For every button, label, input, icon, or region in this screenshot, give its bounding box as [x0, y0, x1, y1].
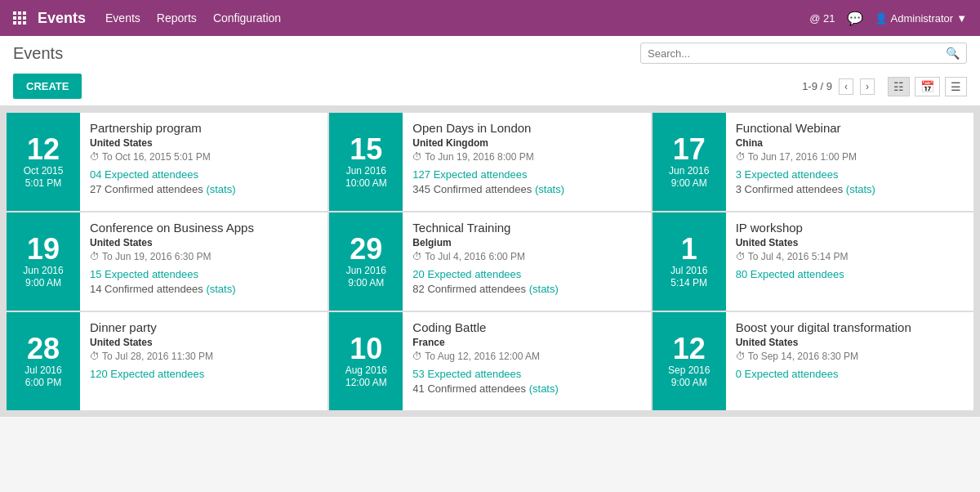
event-card[interactable]: 19 Jun 2016 9:00 AM Conference on Busine…	[7, 212, 327, 311]
grid-view-icon[interactable]: ☷	[888, 77, 910, 96]
event-time: 12:00 AM	[345, 377, 387, 388]
event-expected-attendees[interactable]: 20 Expected attendees	[412, 268, 640, 280]
notification-count[interactable]: @ 21	[809, 12, 835, 25]
event-expected-attendees[interactable]: 04 Expected attendees	[90, 168, 318, 181]
event-month-year: Jun 2016	[346, 264, 386, 278]
event-expected-attendees[interactable]: 120 Expected attendees	[90, 368, 318, 380]
nav-configuration[interactable]: Configuration	[213, 11, 281, 25]
event-expected-attendees[interactable]: 0 Expected attendees	[736, 368, 964, 380]
event-confirmed: 82 Confirmed attendees (stats)	[412, 283, 640, 295]
event-day: 15	[350, 135, 382, 164]
search-input[interactable]	[648, 47, 946, 60]
event-name[interactable]: Coding Battle	[412, 320, 640, 334]
event-expected-attendees[interactable]: 80 Expected attendees	[736, 268, 964, 280]
create-button[interactable]: CREATE	[13, 74, 82, 99]
search-bar: 🔍	[640, 42, 967, 64]
navbar: Events Events Reports Configuration @ 21…	[0, 0, 980, 36]
brand-label[interactable]: Events	[38, 10, 86, 27]
event-time: 6:00 PM	[25, 377, 62, 388]
event-name[interactable]: Open Days in London	[412, 121, 640, 135]
chat-icon[interactable]: 💬	[847, 11, 863, 26]
event-date-col: 15 Jun 2016 10:00 AM	[329, 113, 403, 211]
event-month-year: Jun 2016	[23, 264, 63, 278]
stats-link[interactable]: (stats)	[529, 283, 559, 295]
stats-link[interactable]: (stats)	[206, 283, 235, 295]
events-grid: 12 Oct 2015 5:01 PM Partnership program …	[0, 106, 980, 417]
event-end-time: ⏱ To Jul 4, 2016 5:14 PM	[736, 251, 964, 262]
event-card[interactable]: 28 Jul 2016 6:00 PM Dinner party United …	[7, 312, 327, 410]
user-menu[interactable]: 👤 Administrator ▼	[875, 12, 967, 25]
event-card[interactable]: 29 Jun 2016 9:00 AM Technical Training B…	[329, 212, 650, 311]
stats-link[interactable]: (stats)	[535, 183, 564, 195]
nav-reports[interactable]: Reports	[157, 11, 197, 25]
event-time: 9:00 AM	[671, 377, 707, 388]
event-expected-attendees[interactable]: 15 Expected attendees	[90, 268, 318, 280]
event-country: United States	[90, 237, 318, 248]
clock-icon: ⏱	[736, 151, 746, 163]
event-month-year: Oct 2015	[24, 164, 64, 178]
event-day: 19	[27, 235, 60, 264]
user-avatar-icon: 👤	[875, 12, 888, 25]
calendar-view-icon[interactable]: 📅	[915, 77, 940, 96]
event-card[interactable]: 15 Jun 2016 10:00 AM Open Days in London…	[329, 113, 650, 211]
sub-header: Events 🔍 CREATE 1-9 / 9 ‹ › ☷ 📅 ☰	[0, 36, 980, 106]
clock-icon: ⏱	[736, 251, 746, 262]
event-name[interactable]: IP workshop	[736, 221, 964, 235]
stats-link[interactable]: (stats)	[846, 183, 875, 195]
event-day: 17	[673, 135, 706, 164]
clock-icon: ⏱	[90, 151, 100, 163]
next-page-button[interactable]: ›	[860, 78, 875, 95]
prev-page-button[interactable]: ‹	[839, 78, 853, 95]
event-country: United States	[90, 137, 318, 149]
event-date-col: 29 Jun 2016 9:00 AM	[329, 212, 403, 311]
clock-icon: ⏱	[90, 251, 100, 262]
search-icon: 🔍	[946, 47, 960, 60]
event-date-col: 28 Jul 2016 6:00 PM	[7, 312, 80, 410]
event-time: 9:00 AM	[671, 177, 707, 189]
clock-icon: ⏱	[412, 151, 422, 163]
event-card[interactable]: 1 Jul 2016 5:14 PM IP workshop United St…	[653, 212, 973, 311]
event-date-col: 17 Jun 2016 9:00 AM	[653, 113, 726, 211]
event-name[interactable]: Dinner party	[90, 320, 318, 334]
event-card[interactable]: 10 Aug 2016 12:00 AM Coding Battle Franc…	[329, 312, 650, 410]
event-date-col: 19 Jun 2016 9:00 AM	[7, 212, 80, 311]
event-month-year: Jul 2016	[670, 264, 707, 278]
apps-grid-icon[interactable]	[13, 11, 28, 25]
event-day: 10	[350, 334, 382, 364]
event-day: 28	[27, 334, 60, 364]
event-expected-attendees[interactable]: 3 Expected attendees	[736, 168, 964, 181]
event-card[interactable]: 12 Sep 2016 9:00 AM Boost your digital t…	[653, 312, 973, 410]
event-expected-attendees[interactable]: 127 Expected attendees	[412, 168, 640, 181]
event-confirmed: 14 Confirmed attendees (stats)	[90, 283, 318, 295]
event-time: 5:01 PM	[25, 177, 62, 189]
event-expected-attendees[interactable]: 53 Expected attendees	[412, 368, 640, 380]
event-name[interactable]: Technical Training	[412, 221, 640, 235]
event-card[interactable]: 12 Oct 2015 5:01 PM Partnership program …	[7, 113, 327, 211]
event-name[interactable]: Partnership program	[90, 121, 318, 135]
event-info: Functional Webinar China ⏱ To Jun 17, 20…	[726, 113, 973, 211]
event-country: China	[736, 137, 964, 149]
event-name[interactable]: Functional Webinar	[736, 121, 964, 135]
clock-icon: ⏱	[90, 351, 100, 362]
event-info: Open Days in London United Kingdom ⏱ To …	[403, 113, 650, 211]
event-country: France	[412, 337, 640, 348]
event-end-time: ⏱ To Jun 17, 2016 1:00 PM	[736, 151, 964, 163]
pagination-controls: 1-9 / 9 ‹ › ☷ 📅 ☰	[802, 77, 967, 96]
event-month-year: Jun 2016	[346, 164, 386, 178]
stats-link[interactable]: (stats)	[206, 183, 235, 195]
nav-events[interactable]: Events	[105, 11, 140, 25]
event-info: Boost your digital transformation United…	[726, 312, 973, 410]
event-name[interactable]: Boost your digital transformation	[736, 320, 964, 334]
event-card[interactable]: 17 Jun 2016 9:00 AM Functional Webinar C…	[653, 113, 973, 211]
event-day: 29	[350, 235, 382, 264]
event-date-col: 12 Oct 2015 5:01 PM	[7, 113, 80, 211]
clock-icon: ⏱	[412, 251, 422, 262]
list-view-icon[interactable]: ☰	[945, 77, 967, 96]
event-day: 1	[681, 235, 697, 264]
event-time: 5:14 PM	[670, 277, 707, 288]
stats-link[interactable]: (stats)	[529, 382, 559, 395]
event-info: Conference on Business Apps United State…	[80, 212, 327, 311]
event-info: Technical Training Belgium ⏱ To Jul 4, 2…	[403, 212, 650, 311]
event-name[interactable]: Conference on Business Apps	[90, 221, 318, 235]
event-time: 9:00 AM	[25, 277, 61, 288]
